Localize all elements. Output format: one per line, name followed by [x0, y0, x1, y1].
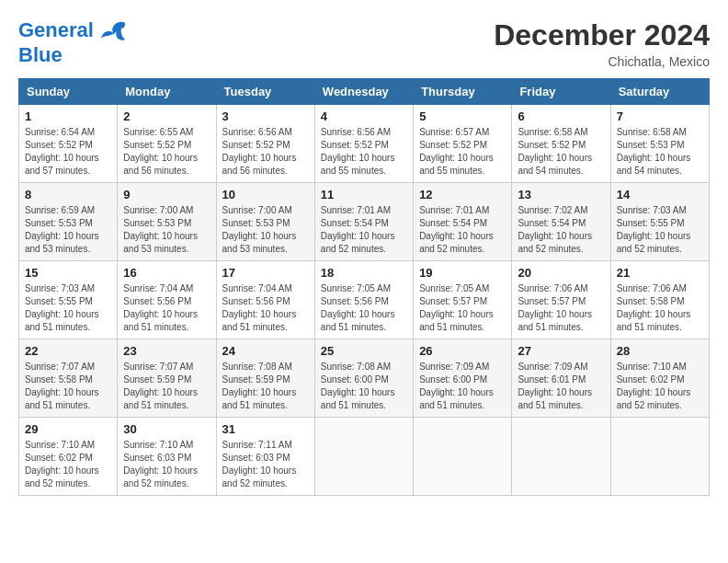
day-info: Sunrise: 6:54 AM Sunset: 5:52 PM Dayligh… — [25, 126, 111, 178]
day-info: Sunrise: 7:08 AM Sunset: 5:59 PM Dayligh… — [222, 361, 309, 412]
day-info: Sunrise: 7:09 AM Sunset: 6:01 PM Dayligh… — [518, 361, 604, 412]
calendar-cell: 25Sunrise: 7:08 AM Sunset: 6:00 PM Dayli… — [314, 339, 413, 418]
day-info: Sunrise: 7:05 AM Sunset: 5:57 PM Dayligh… — [419, 282, 506, 334]
day-number: 20 — [518, 266, 604, 280]
day-number: 21 — [617, 266, 703, 280]
logo-text: General — [18, 18, 127, 44]
day-info: Sunrise: 7:03 AM Sunset: 5:55 PM Dayligh… — [617, 204, 703, 256]
day-info: Sunrise: 7:00 AM Sunset: 5:53 PM Dayligh… — [123, 204, 210, 256]
day-info: Sunrise: 7:10 AM Sunset: 6:02 PM Dayligh… — [25, 439, 111, 490]
calendar-body: 1Sunrise: 6:54 AM Sunset: 5:52 PM Daylig… — [19, 105, 710, 496]
month-title: December 2024 — [494, 18, 710, 52]
calendar-cell: 31Sunrise: 7:11 AM Sunset: 6:03 PM Dayli… — [216, 418, 314, 496]
day-number: 7 — [617, 109, 703, 123]
calendar-cell: 19Sunrise: 7:05 AM Sunset: 5:57 PM Dayli… — [414, 261, 512, 339]
weekday-header-saturday: Saturday — [610, 79, 709, 105]
calendar-cell — [314, 418, 413, 496]
logo-line2: Blue — [18, 44, 127, 66]
day-info: Sunrise: 6:58 AM Sunset: 5:53 PM Dayligh… — [617, 126, 703, 178]
day-number: 13 — [518, 188, 604, 201]
day-info: Sunrise: 7:06 AM Sunset: 5:57 PM Dayligh… — [518, 282, 604, 334]
calendar-cell: 15Sunrise: 7:03 AM Sunset: 5:55 PM Dayli… — [19, 261, 118, 339]
day-number: 22 — [25, 344, 111, 358]
day-info: Sunrise: 7:07 AM Sunset: 5:59 PM Dayligh… — [123, 361, 210, 412]
day-info: Sunrise: 7:09 AM Sunset: 6:00 PM Dayligh… — [419, 361, 506, 412]
calendar-week-row: 22Sunrise: 7:07 AM Sunset: 5:58 PM Dayli… — [19, 339, 710, 418]
day-info: Sunrise: 7:04 AM Sunset: 5:56 PM Dayligh… — [222, 282, 309, 334]
day-number: 19 — [419, 266, 506, 280]
day-number: 2 — [123, 109, 210, 123]
calendar-cell: 9Sunrise: 7:00 AM Sunset: 5:53 PM Daylig… — [118, 183, 216, 261]
day-number: 16 — [123, 266, 210, 280]
day-info: Sunrise: 7:08 AM Sunset: 6:00 PM Dayligh… — [321, 361, 407, 412]
calendar-cell: 8Sunrise: 6:59 AM Sunset: 5:53 PM Daylig… — [19, 183, 118, 261]
calendar-week-row: 29Sunrise: 7:10 AM Sunset: 6:02 PM Dayli… — [19, 418, 710, 496]
calendar-cell: 1Sunrise: 6:54 AM Sunset: 5:52 PM Daylig… — [19, 105, 118, 183]
day-info: Sunrise: 6:55 AM Sunset: 5:52 PM Dayligh… — [123, 126, 210, 178]
calendar-cell: 18Sunrise: 7:05 AM Sunset: 5:56 PM Dayli… — [314, 261, 413, 339]
day-info: Sunrise: 6:57 AM Sunset: 5:52 PM Dayligh… — [419, 126, 506, 178]
weekday-header-sunday: Sunday — [19, 79, 118, 105]
day-number: 6 — [518, 109, 604, 123]
calendar-cell: 20Sunrise: 7:06 AM Sunset: 5:57 PM Dayli… — [512, 261, 610, 339]
logo: General Blue — [18, 18, 127, 66]
page-header: General Blue December 2024 Chichatla, Me… — [18, 18, 710, 69]
day-number: 5 — [419, 109, 506, 123]
day-info: Sunrise: 6:58 AM Sunset: 5:52 PM Dayligh… — [518, 126, 604, 178]
day-number: 3 — [222, 109, 309, 123]
day-info: Sunrise: 7:02 AM Sunset: 5:54 PM Dayligh… — [518, 204, 604, 256]
calendar-week-row: 15Sunrise: 7:03 AM Sunset: 5:55 PM Dayli… — [19, 261, 710, 339]
day-number: 18 — [321, 266, 407, 280]
day-number: 23 — [123, 344, 210, 358]
calendar-cell: 2Sunrise: 6:55 AM Sunset: 5:52 PM Daylig… — [118, 105, 216, 183]
day-info: Sunrise: 7:07 AM Sunset: 5:58 PM Dayligh… — [25, 361, 111, 412]
day-info: Sunrise: 7:11 AM Sunset: 6:03 PM Dayligh… — [222, 439, 309, 490]
calendar-cell: 14Sunrise: 7:03 AM Sunset: 5:55 PM Dayli… — [610, 183, 709, 261]
calendar-cell: 22Sunrise: 7:07 AM Sunset: 5:58 PM Dayli… — [19, 339, 118, 418]
calendar-cell: 23Sunrise: 7:07 AM Sunset: 5:59 PM Dayli… — [118, 339, 216, 418]
day-number: 31 — [222, 422, 309, 436]
day-info: Sunrise: 7:01 AM Sunset: 5:54 PM Dayligh… — [419, 204, 506, 256]
calendar-cell: 5Sunrise: 6:57 AM Sunset: 5:52 PM Daylig… — [414, 105, 512, 183]
day-info: Sunrise: 7:10 AM Sunset: 6:02 PM Dayligh… — [617, 361, 703, 412]
logo-line1: General — [18, 18, 94, 41]
day-number: 1 — [25, 109, 111, 123]
subtitle: Chichatla, Mexico — [494, 54, 710, 69]
weekday-header-friday: Friday — [512, 79, 610, 105]
day-info: Sunrise: 7:00 AM Sunset: 5:53 PM Dayligh… — [222, 204, 309, 256]
calendar-cell: 3Sunrise: 6:56 AM Sunset: 5:52 PM Daylig… — [216, 105, 314, 183]
weekday-header-tuesday: Tuesday — [216, 79, 314, 105]
calendar-cell: 21Sunrise: 7:06 AM Sunset: 5:58 PM Dayli… — [610, 261, 709, 339]
calendar-cell — [512, 418, 610, 496]
calendar-week-row: 8Sunrise: 6:59 AM Sunset: 5:53 PM Daylig… — [19, 183, 710, 261]
day-number: 11 — [321, 188, 407, 201]
calendar-cell — [610, 418, 709, 496]
calendar-header: SundayMondayTuesdayWednesdayThursdayFrid… — [19, 79, 710, 105]
calendar-cell: 13Sunrise: 7:02 AM Sunset: 5:54 PM Dayli… — [512, 183, 610, 261]
weekday-header-monday: Monday — [118, 79, 216, 105]
day-number: 9 — [123, 188, 210, 201]
day-number: 8 — [25, 188, 111, 201]
day-number: 30 — [123, 422, 210, 436]
day-info: Sunrise: 7:03 AM Sunset: 5:55 PM Dayligh… — [25, 282, 111, 334]
day-info: Sunrise: 6:59 AM Sunset: 5:53 PM Dayligh… — [25, 204, 111, 256]
calendar-cell — [414, 418, 512, 496]
day-number: 10 — [222, 188, 309, 201]
calendar-cell: 27Sunrise: 7:09 AM Sunset: 6:01 PM Dayli… — [512, 339, 610, 418]
day-number: 12 — [419, 188, 506, 201]
day-number: 29 — [25, 422, 111, 436]
day-number: 28 — [617, 344, 703, 358]
day-number: 4 — [321, 109, 407, 123]
day-info: Sunrise: 7:01 AM Sunset: 5:54 PM Dayligh… — [321, 204, 407, 256]
day-info: Sunrise: 7:05 AM Sunset: 5:56 PM Dayligh… — [321, 282, 407, 334]
calendar-cell: 26Sunrise: 7:09 AM Sunset: 6:00 PM Dayli… — [414, 339, 512, 418]
calendar-cell: 17Sunrise: 7:04 AM Sunset: 5:56 PM Dayli… — [216, 261, 314, 339]
day-number: 27 — [518, 344, 604, 358]
calendar-cell: 11Sunrise: 7:01 AM Sunset: 5:54 PM Dayli… — [314, 183, 413, 261]
weekday-header-thursday: Thursday — [414, 79, 512, 105]
calendar-cell: 29Sunrise: 7:10 AM Sunset: 6:02 PM Dayli… — [19, 418, 118, 496]
calendar-cell: 30Sunrise: 7:10 AM Sunset: 6:03 PM Dayli… — [118, 418, 216, 496]
day-info: Sunrise: 7:06 AM Sunset: 5:58 PM Dayligh… — [617, 282, 703, 334]
calendar-cell: 7Sunrise: 6:58 AM Sunset: 5:53 PM Daylig… — [610, 105, 709, 183]
calendar-cell: 28Sunrise: 7:10 AM Sunset: 6:02 PM Dayli… — [610, 339, 709, 418]
